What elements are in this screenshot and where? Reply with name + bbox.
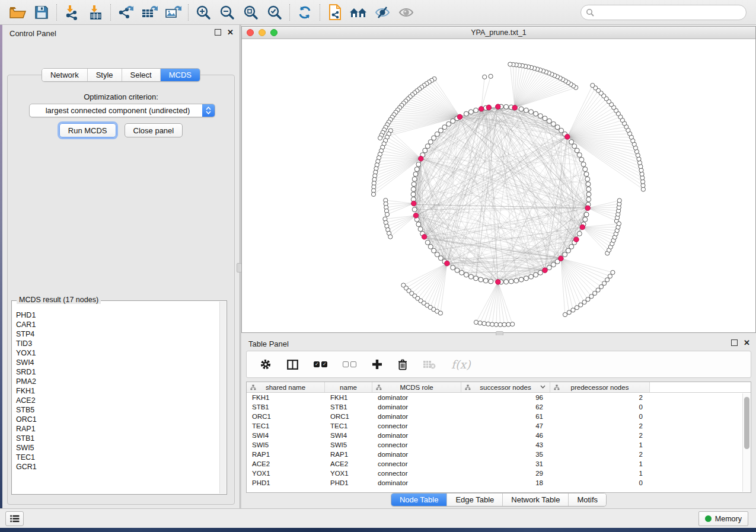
window-close-button[interactable] xyxy=(247,29,254,36)
network-node[interactable] xyxy=(418,227,423,232)
network-leaf-node[interactable] xyxy=(508,62,512,66)
table-cell-mcds_role[interactable]: dominator xyxy=(372,402,461,412)
table-cell-name[interactable]: PHD1 xyxy=(325,478,372,488)
network-node[interactable] xyxy=(479,277,483,282)
table-cell-shared_name[interactable]: STB1 xyxy=(247,402,325,412)
network-node[interactable] xyxy=(569,140,574,145)
table-cell-name[interactable]: SWI5 xyxy=(325,440,372,450)
mcds-dominator-node[interactable] xyxy=(413,213,419,219)
export-image-button[interactable] xyxy=(161,2,185,23)
table-cell-mcds_role[interactable]: connector xyxy=(372,469,461,478)
network-node[interactable] xyxy=(514,278,519,283)
network-leaf-node[interactable] xyxy=(589,294,594,299)
mcds-result-item[interactable]: STP4 xyxy=(16,329,219,339)
table-cell-shared_name[interactable]: ACE2 xyxy=(247,459,325,469)
float-table-panel-icon[interactable] xyxy=(731,339,738,346)
network-leaf-node[interactable] xyxy=(593,291,597,295)
select-all-button[interactable] xyxy=(314,361,327,367)
tab-style[interactable]: Style xyxy=(88,69,122,81)
table-cell-mcds_role[interactable]: connector xyxy=(372,440,461,450)
tab-node-table[interactable]: Node Table xyxy=(391,493,448,506)
network-leaf-node[interactable] xyxy=(582,300,586,305)
network-leaf-node[interactable] xyxy=(378,136,382,140)
network-node[interactable] xyxy=(474,276,479,281)
network-node[interactable] xyxy=(464,273,468,277)
network-leaf-node[interactable] xyxy=(596,288,600,292)
network-node[interactable] xyxy=(543,116,547,121)
table-cell-successor_nodes[interactable]: 29 xyxy=(461,469,550,478)
table-cell-successor_nodes[interactable]: 96 xyxy=(461,393,550,402)
mcds-dominator-node[interactable] xyxy=(445,261,450,266)
network-node[interactable] xyxy=(585,177,590,181)
network-node[interactable] xyxy=(586,187,591,191)
network-node[interactable] xyxy=(586,182,591,187)
table-cell-predecessor_nodes[interactable]: 1 xyxy=(550,459,650,469)
mcds-result-item[interactable]: SRD1 xyxy=(16,367,219,377)
network-node[interactable] xyxy=(519,107,524,111)
network-node[interactable] xyxy=(460,270,464,275)
table-cell-mcds_role[interactable]: dominator xyxy=(372,393,461,402)
mcds-dominator-node[interactable] xyxy=(479,107,484,112)
table-cell-shared_name[interactable]: FKH1 xyxy=(247,393,325,402)
add-column-button[interactable] xyxy=(372,359,382,370)
network-node[interactable] xyxy=(524,108,528,113)
table-row[interactable]: SWI4SWI4dominator462 xyxy=(247,431,751,440)
network-node[interactable] xyxy=(428,244,433,249)
table-cell-shared_name[interactable]: SWI4 xyxy=(247,431,325,440)
mcds-result-item[interactable]: ACE2 xyxy=(16,396,219,405)
save-session-button[interactable] xyxy=(30,2,53,23)
mcds-dominator-node[interactable] xyxy=(580,225,585,230)
network-node[interactable] xyxy=(566,248,570,253)
table-cell-name[interactable]: FKH1 xyxy=(325,393,372,402)
network-node[interactable] xyxy=(575,148,579,153)
mcds-dominator-node[interactable] xyxy=(422,235,427,240)
network-leaf-node[interactable] xyxy=(511,322,515,326)
table-cell-name[interactable]: SWI4 xyxy=(325,431,372,440)
mcds-result-item[interactable]: STB5 xyxy=(16,405,219,415)
table-cell-shared_name[interactable]: YOX1 xyxy=(247,469,325,478)
table-cell-successor_nodes[interactable]: 31 xyxy=(461,459,550,469)
network-node[interactable] xyxy=(435,252,439,257)
network-leaf-node[interactable] xyxy=(490,322,495,326)
network-leaf-node[interactable] xyxy=(617,222,621,226)
network-node[interactable] xyxy=(416,222,421,227)
tab-select[interactable]: Select xyxy=(122,69,161,81)
network-node[interactable] xyxy=(411,192,416,197)
network-node[interactable] xyxy=(538,270,543,275)
network-leaf-node[interactable] xyxy=(482,322,486,326)
network-node[interactable] xyxy=(572,144,577,149)
task-history-button[interactable] xyxy=(5,511,24,526)
table-cell-predecessor_nodes[interactable]: 1 xyxy=(550,440,650,450)
network-node[interactable] xyxy=(577,231,582,236)
network-node[interactable] xyxy=(455,268,460,273)
network-node[interactable] xyxy=(569,244,574,249)
network-window-titlebar[interactable]: YPA_prune.txt_1 xyxy=(242,27,755,39)
network-node[interactable] xyxy=(519,277,524,282)
network-node[interactable] xyxy=(584,172,589,177)
table-row[interactable]: TEC1TEC1connector472 xyxy=(247,421,751,431)
network-node[interactable] xyxy=(423,148,428,153)
table-cell-mcds_role[interactable]: dominator xyxy=(372,450,461,459)
network-node[interactable] xyxy=(438,128,443,133)
table-cell-successor_nodes[interactable]: 46 xyxy=(461,431,550,440)
table-row[interactable]: FKH1FKH1dominator962 xyxy=(247,393,751,402)
network-node[interactable] xyxy=(414,167,419,172)
zoom-in-button[interactable] xyxy=(192,2,215,23)
network-leaf-node[interactable] xyxy=(602,281,607,286)
table-row[interactable]: RAP1RAP1dominator352 xyxy=(247,450,751,459)
network-leaf-node[interactable] xyxy=(579,303,583,307)
network-leaf-node[interactable] xyxy=(494,322,498,326)
mcds-result-item[interactable]: YOX1 xyxy=(16,348,219,358)
network-leaf-node[interactable] xyxy=(591,84,595,88)
delete-table-button[interactable] xyxy=(423,360,436,369)
new-network-from-selection-button[interactable] xyxy=(323,2,347,23)
table-cell-successor_nodes[interactable]: 62 xyxy=(461,402,550,412)
import-table-button[interactable] xyxy=(84,2,107,23)
network-leaf-node[interactable] xyxy=(608,274,612,278)
network-node[interactable] xyxy=(581,162,586,166)
network-node[interactable] xyxy=(529,110,534,114)
network-leaf-node[interactable] xyxy=(502,322,506,326)
column-header[interactable]: MCDS role xyxy=(372,382,461,392)
network-leaf-node[interactable] xyxy=(489,74,493,78)
window-maximize-button[interactable] xyxy=(270,29,277,36)
